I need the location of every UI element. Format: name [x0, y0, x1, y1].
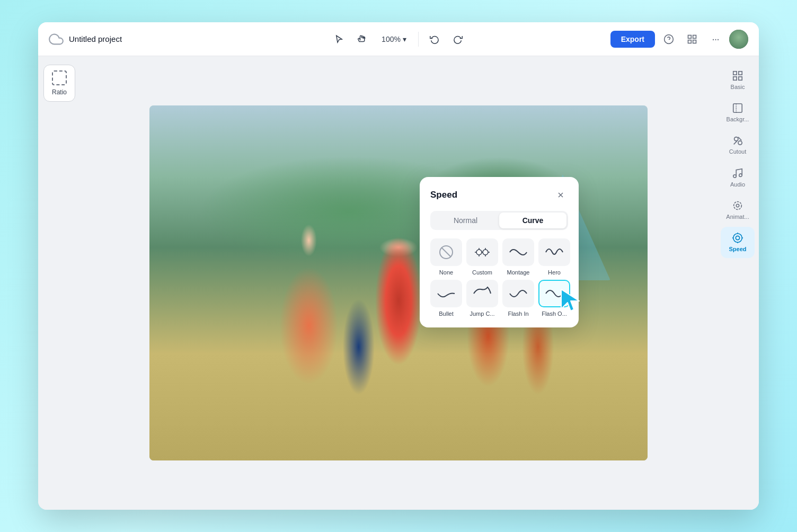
zoom-button[interactable]: 100% ▾: [376, 32, 412, 47]
header-left: Untitled project: [49, 32, 323, 47]
redo-button[interactable]: [448, 30, 467, 49]
canvas-area: Speed Normal Curve: [81, 56, 716, 510]
speed-option-none[interactable]: None: [430, 238, 462, 276]
svg-rect-21: [739, 77, 742, 80]
speed-jumpcut-icon-box: [466, 280, 498, 307]
header: Untitled project 100% ▾: [38, 22, 759, 56]
hand-tool-button[interactable]: [353, 30, 372, 49]
popup-title: Speed: [430, 190, 457, 200]
svg-rect-22: [733, 104, 742, 113]
svg-point-28: [733, 174, 737, 178]
svg-rect-4: [688, 40, 692, 43]
header-center: 100% ▾: [330, 30, 467, 49]
header-right: Export ···: [474, 30, 748, 49]
ratio-icon: [52, 70, 67, 85]
speed-popup: Speed Normal Curve: [420, 177, 579, 327]
speed-bullet-label: Bullet: [439, 311, 454, 317]
sidebar-audio-label: Audio: [730, 181, 745, 188]
help-button[interactable]: [659, 30, 678, 49]
right-sidebar: Basic Backgr... Cutout: [716, 56, 759, 510]
left-sidebar: Ratio: [38, 56, 81, 510]
speed-none-icon-box: [430, 238, 462, 266]
svg-point-32: [733, 234, 742, 243]
speed-flashin-icon-box: [502, 280, 534, 307]
speed-bullet-icon-box: [430, 280, 462, 307]
ratio-label: Ratio: [52, 88, 67, 96]
zoom-level: 100%: [382, 35, 401, 43]
sidebar-item-cutout[interactable]: Cutout: [721, 129, 755, 161]
sidebar-item-speed[interactable]: Speed: [721, 227, 755, 258]
app-window: Untitled project 100% ▾: [38, 22, 759, 510]
svg-rect-19: [739, 72, 742, 75]
sidebar-item-background[interactable]: Backgr...: [721, 97, 755, 128]
sidebar-item-basic[interactable]: Basic: [721, 65, 755, 96]
speed-option-jumpcut[interactable]: Jump C...: [466, 280, 498, 317]
svg-point-27: [738, 141, 742, 145]
svg-rect-20: [733, 77, 737, 80]
svg-point-11: [476, 250, 482, 255]
speed-tabs: Normal Curve: [430, 211, 568, 230]
speed-hero-label: Hero: [548, 269, 561, 276]
pointer-tool-button[interactable]: [330, 30, 349, 49]
cloud-icon: [49, 32, 64, 47]
sidebar-speed-label: Speed: [729, 246, 746, 253]
svg-line-25: [738, 137, 741, 140]
sidebar-item-audio[interactable]: Audio: [721, 162, 755, 193]
divider: [418, 32, 419, 47]
sidebar-basic-label: Basic: [731, 84, 745, 91]
svg-rect-18: [733, 72, 737, 75]
svg-point-33: [736, 236, 739, 240]
sidebar-animate-label: Animat...: [726, 214, 749, 220]
avatar: [729, 30, 748, 49]
speed-montage-label: Montage: [507, 269, 530, 276]
speed-montage-icon-box: [502, 238, 534, 266]
export-button[interactable]: Export: [610, 31, 655, 48]
popup-header: Speed: [430, 188, 568, 202]
speed-option-hero[interactable]: Hero: [538, 238, 570, 276]
svg-line-26: [734, 141, 737, 144]
svg-point-24: [734, 137, 738, 141]
svg-line-9: [441, 247, 451, 257]
svg-marker-17: [561, 289, 579, 311]
project-title: Untitled project: [69, 34, 122, 43]
main-area: Ratio Speed: [38, 56, 759, 510]
speed-flashin-label: Flash In: [508, 311, 528, 317]
svg-rect-5: [693, 40, 696, 43]
speed-flashout-icon-box: [538, 280, 570, 307]
ratio-button[interactable]: Ratio: [43, 65, 75, 102]
speed-option-flashin[interactable]: Flash In: [502, 280, 534, 317]
svg-rect-2: [688, 35, 692, 38]
svg-point-30: [736, 204, 739, 207]
tab-normal[interactable]: Normal: [432, 212, 499, 228]
speed-none-label: None: [439, 269, 453, 276]
speed-hero-icon-box: [538, 238, 570, 266]
more-button[interactable]: ···: [706, 30, 725, 49]
svg-point-14: [483, 250, 488, 255]
sidebar-item-animate[interactable]: Animat...: [721, 194, 755, 226]
svg-point-29: [739, 173, 742, 176]
speed-option-bullet[interactable]: Bullet: [430, 280, 462, 317]
sidebar-cutout-label: Cutout: [729, 148, 746, 155]
speed-custom-icon-box: [466, 238, 498, 266]
svg-rect-3: [693, 35, 696, 38]
speed-jumpcut-label: Jump C...: [470, 311, 494, 317]
tab-curve[interactable]: Curve: [499, 212, 566, 228]
popup-close-button[interactable]: [553, 188, 568, 202]
sidebar-background-label: Backgr...: [727, 116, 749, 123]
speed-custom-label: Custom: [472, 269, 492, 276]
svg-point-31: [734, 201, 742, 209]
speed-options-grid: None: [430, 238, 568, 317]
canvas-image: Speed Normal Curve: [149, 105, 648, 460]
speed-option-flashout[interactable]: Flash O...: [538, 280, 570, 317]
speed-option-custom[interactable]: Custom: [466, 238, 498, 276]
zoom-chevron: ▾: [403, 35, 406, 43]
undo-button[interactable]: [425, 30, 444, 49]
speed-option-montage[interactable]: Montage: [502, 238, 534, 276]
layers-button[interactable]: [683, 30, 702, 49]
